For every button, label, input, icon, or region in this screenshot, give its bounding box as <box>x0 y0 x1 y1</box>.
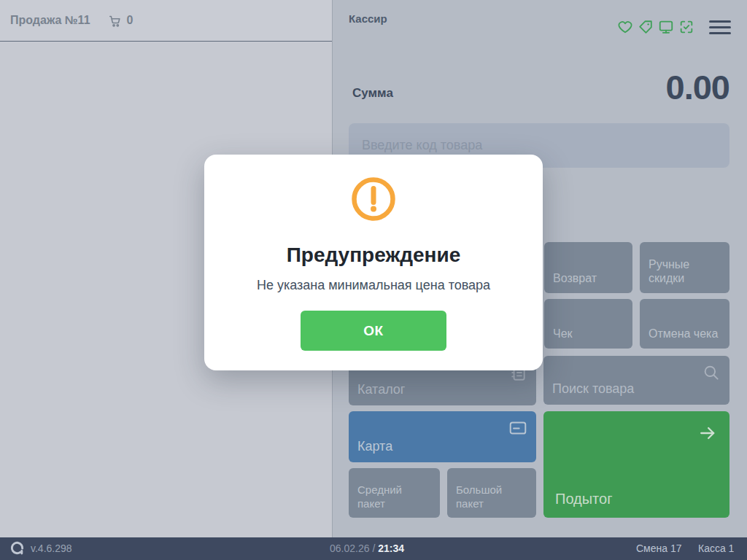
cancel-receipt-button[interactable]: Отмена чека <box>640 299 729 349</box>
date-time-separator: / <box>372 542 375 554</box>
display-monitor-icon[interactable] <box>658 19 674 35</box>
card-payment-button-label: Карта <box>357 439 392 455</box>
cart-counter: 0 <box>108 14 133 28</box>
cashier-label: Кассир <box>349 12 387 25</box>
cart-count: 0 <box>127 14 133 27</box>
toolbar-icons <box>617 19 731 35</box>
cart-icon <box>108 14 122 28</box>
time-value: 21:34 <box>378 542 404 554</box>
sum-label: Сумма <box>352 86 393 101</box>
date-time: 06.02.26 / 21:34 <box>330 542 404 554</box>
register-label: Касса 1 <box>698 542 734 554</box>
sale-title: Продажа №11 <box>10 14 90 27</box>
card-payment-button[interactable]: Карта <box>349 411 536 462</box>
app-logo-icon <box>9 540 25 559</box>
ok-button[interactable]: ОК <box>301 311 446 351</box>
date-value: 06.02.26 <box>330 542 370 554</box>
sum-value: 0.00 <box>666 67 729 107</box>
manual-discounts-button-label: Ручные скидки <box>649 257 721 286</box>
refund-button[interactable]: Возврат <box>544 242 632 293</box>
favorites-heart-icon[interactable] <box>617 19 633 35</box>
big-bag-button[interactable]: Большой пакет <box>447 468 536 518</box>
product-search-button-label: Поиск товара <box>552 381 634 397</box>
subtotal-button[interactable]: Подытог <box>543 411 729 518</box>
catalog-button-label: Каталог <box>357 382 405 398</box>
sale-header: Продажа №11 0 <box>0 0 332 42</box>
scan-check-icon[interactable] <box>678 19 694 35</box>
search-icon <box>702 363 721 386</box>
pos-app: Продажа №11 0 Кассир <box>0 0 747 560</box>
refund-button-label: Возврат <box>553 271 597 286</box>
arrow-right-icon <box>697 423 718 447</box>
shift-label: Смена 17 <box>636 542 682 554</box>
bank-card-icon <box>508 419 527 442</box>
menu-hamburger-icon[interactable] <box>709 20 731 34</box>
cancel-receipt-button-label: Отмена чека <box>649 327 718 341</box>
warning-message: Не указана минимальная цена товара <box>257 278 490 293</box>
warning-dialog: Предупреждение Не указана минимальная це… <box>204 155 543 370</box>
subtotal-button-label: Подытог <box>555 490 612 508</box>
medium-bag-button-label: Средний пакет <box>357 483 431 510</box>
big-bag-button-label: Большой пакет <box>456 483 527 510</box>
warning-exclamation-icon <box>350 176 397 225</box>
medium-bag-button[interactable]: Средний пакет <box>349 468 440 518</box>
app-version: v.4.6.298 <box>31 542 72 554</box>
receipt-button[interactable]: Чек <box>544 299 632 349</box>
product-search-button[interactable]: Поиск товара <box>543 356 729 405</box>
warning-title: Предупреждение <box>287 244 461 267</box>
price-tag-icon[interactable] <box>638 19 654 35</box>
manual-discounts-button[interactable]: Ручные скидки <box>640 242 729 293</box>
receipt-button-label: Чек <box>553 327 573 341</box>
